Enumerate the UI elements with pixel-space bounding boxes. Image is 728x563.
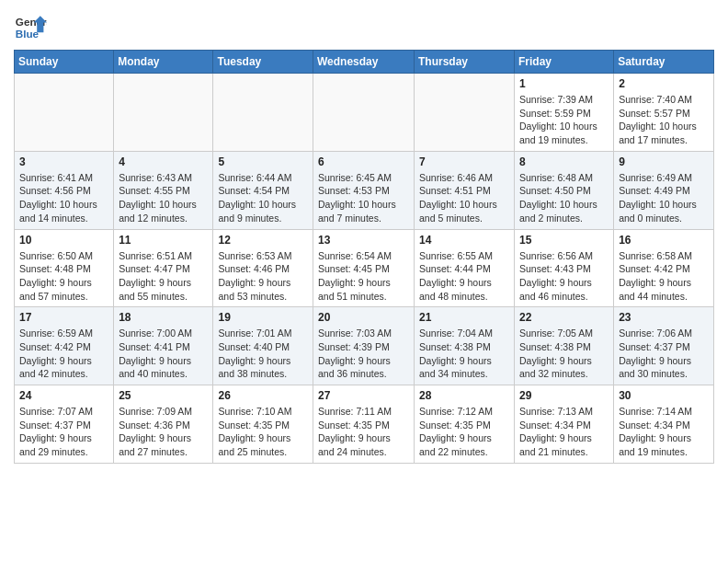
calendar-cell: 16Sunrise: 6:58 AM Sunset: 4:42 PM Dayli… bbox=[614, 229, 714, 307]
calendar-week-row: 24Sunrise: 7:07 AM Sunset: 4:37 PM Dayli… bbox=[15, 385, 714, 464]
day-info: Sunrise: 6:43 AM Sunset: 4:55 PM Dayligh… bbox=[119, 171, 208, 225]
calendar-cell: 7Sunrise: 6:46 AM Sunset: 4:51 PM Daylig… bbox=[415, 151, 515, 229]
calendar-cell: 25Sunrise: 7:09 AM Sunset: 4:36 PM Dayli… bbox=[114, 385, 213, 464]
calendar-cell: 12Sunrise: 6:53 AM Sunset: 4:46 PM Dayli… bbox=[213, 229, 313, 307]
day-header-friday: Friday bbox=[515, 51, 614, 74]
calendar-cell: 19Sunrise: 7:01 AM Sunset: 4:40 PM Dayli… bbox=[213, 307, 313, 385]
day-info: Sunrise: 7:01 AM Sunset: 4:40 PM Dayligh… bbox=[218, 327, 308, 381]
day-info: Sunrise: 7:12 AM Sunset: 4:35 PM Dayligh… bbox=[419, 405, 509, 459]
calendar-cell: 3Sunrise: 6:41 AM Sunset: 4:56 PM Daylig… bbox=[15, 151, 114, 229]
calendar-cell bbox=[15, 74, 114, 152]
day-info: Sunrise: 7:40 AM Sunset: 5:57 PM Dayligh… bbox=[619, 93, 709, 147]
day-info: Sunrise: 6:51 AM Sunset: 4:47 PM Dayligh… bbox=[119, 249, 208, 304]
calendar-cell: 26Sunrise: 7:10 AM Sunset: 4:35 PM Dayli… bbox=[213, 385, 313, 464]
day-number: 19 bbox=[218, 311, 308, 324]
day-number: 17 bbox=[19, 311, 108, 324]
day-info: Sunrise: 6:46 AM Sunset: 4:51 PM Dayligh… bbox=[419, 171, 509, 225]
day-number: 29 bbox=[519, 389, 609, 402]
day-info: Sunrise: 7:03 AM Sunset: 4:39 PM Dayligh… bbox=[318, 327, 409, 381]
calendar-cell: 1Sunrise: 7:39 AM Sunset: 5:59 PM Daylig… bbox=[515, 74, 614, 152]
logo: General Blue bbox=[14, 9, 47, 42]
day-header-wednesday: Wednesday bbox=[313, 51, 415, 74]
calendar-cell: 17Sunrise: 6:59 AM Sunset: 4:42 PM Dayli… bbox=[15, 307, 114, 385]
day-info: Sunrise: 6:56 AM Sunset: 4:43 PM Dayligh… bbox=[519, 249, 609, 304]
calendar-cell: 27Sunrise: 7:11 AM Sunset: 4:35 PM Dayli… bbox=[313, 385, 415, 464]
day-number: 21 bbox=[419, 311, 509, 324]
day-header-thursday: Thursday bbox=[415, 51, 515, 74]
calendar-cell: 5Sunrise: 6:44 AM Sunset: 4:54 PM Daylig… bbox=[213, 151, 313, 229]
calendar-week-row: 10Sunrise: 6:50 AM Sunset: 4:48 PM Dayli… bbox=[15, 229, 714, 307]
day-number: 27 bbox=[318, 389, 409, 402]
day-number: 16 bbox=[619, 234, 709, 247]
calendar-cell: 23Sunrise: 7:06 AM Sunset: 4:37 PM Dayli… bbox=[614, 307, 714, 385]
day-header-monday: Monday bbox=[114, 51, 213, 74]
calendar-cell: 2Sunrise: 7:40 AM Sunset: 5:57 PM Daylig… bbox=[614, 74, 714, 152]
day-number: 23 bbox=[619, 311, 709, 324]
day-number: 30 bbox=[619, 389, 709, 402]
calendar-cell: 4Sunrise: 6:43 AM Sunset: 4:55 PM Daylig… bbox=[114, 151, 213, 229]
day-info: Sunrise: 7:10 AM Sunset: 4:35 PM Dayligh… bbox=[218, 405, 308, 459]
day-info: Sunrise: 6:45 AM Sunset: 4:53 PM Dayligh… bbox=[318, 171, 409, 225]
day-info: Sunrise: 6:44 AM Sunset: 4:54 PM Dayligh… bbox=[218, 171, 308, 225]
calendar-cell bbox=[415, 74, 515, 152]
day-number: 4 bbox=[119, 155, 208, 168]
day-info: Sunrise: 6:59 AM Sunset: 4:42 PM Dayligh… bbox=[19, 327, 108, 381]
calendar-cell: 21Sunrise: 7:04 AM Sunset: 4:38 PM Dayli… bbox=[415, 307, 515, 385]
day-number: 1 bbox=[519, 77, 609, 90]
calendar-cell: 8Sunrise: 6:48 AM Sunset: 4:50 PM Daylig… bbox=[515, 151, 614, 229]
calendar-week-row: 1Sunrise: 7:39 AM Sunset: 5:59 PM Daylig… bbox=[15, 74, 714, 152]
day-number: 18 bbox=[119, 311, 208, 324]
day-number: 2 bbox=[619, 77, 709, 90]
day-info: Sunrise: 6:41 AM Sunset: 4:56 PM Dayligh… bbox=[19, 171, 108, 225]
calendar-cell: 15Sunrise: 6:56 AM Sunset: 4:43 PM Dayli… bbox=[515, 229, 614, 307]
day-number: 25 bbox=[119, 389, 208, 402]
day-header-tuesday: Tuesday bbox=[213, 51, 313, 74]
day-info: Sunrise: 6:48 AM Sunset: 4:50 PM Dayligh… bbox=[519, 171, 609, 225]
day-number: 9 bbox=[619, 155, 709, 168]
day-number: 14 bbox=[419, 234, 509, 247]
day-info: Sunrise: 6:49 AM Sunset: 4:49 PM Dayligh… bbox=[619, 171, 709, 225]
day-number: 28 bbox=[419, 389, 509, 402]
day-header-saturday: Saturday bbox=[614, 51, 714, 74]
day-number: 8 bbox=[519, 155, 609, 168]
calendar-cell: 9Sunrise: 6:49 AM Sunset: 4:49 PM Daylig… bbox=[614, 151, 714, 229]
day-number: 6 bbox=[318, 155, 409, 168]
calendar-cell: 13Sunrise: 6:54 AM Sunset: 4:45 PM Dayli… bbox=[313, 229, 415, 307]
day-info: Sunrise: 7:07 AM Sunset: 4:37 PM Dayligh… bbox=[19, 405, 108, 459]
calendar-cell: 14Sunrise: 6:55 AM Sunset: 4:44 PM Dayli… bbox=[415, 229, 515, 307]
day-info: Sunrise: 6:54 AM Sunset: 4:45 PM Dayligh… bbox=[318, 249, 409, 304]
day-info: Sunrise: 7:14 AM Sunset: 4:34 PM Dayligh… bbox=[619, 405, 709, 459]
day-info: Sunrise: 7:00 AM Sunset: 4:41 PM Dayligh… bbox=[119, 327, 208, 381]
day-number: 3 bbox=[19, 155, 108, 168]
calendar-week-row: 3Sunrise: 6:41 AM Sunset: 4:56 PM Daylig… bbox=[15, 151, 714, 229]
page-header: General Blue bbox=[14, 9, 714, 42]
day-number: 11 bbox=[119, 234, 208, 247]
calendar-cell: 30Sunrise: 7:14 AM Sunset: 4:34 PM Dayli… bbox=[614, 385, 714, 464]
calendar-cell: 6Sunrise: 6:45 AM Sunset: 4:53 PM Daylig… bbox=[313, 151, 415, 229]
calendar-cell bbox=[114, 74, 213, 152]
day-number: 22 bbox=[519, 311, 609, 324]
day-info: Sunrise: 6:53 AM Sunset: 4:46 PM Dayligh… bbox=[218, 249, 308, 304]
calendar-cell bbox=[213, 74, 313, 152]
calendar-cell bbox=[313, 74, 415, 152]
calendar-table: SundayMondayTuesdayWednesdayThursdayFrid… bbox=[14, 50, 714, 464]
svg-text:Blue: Blue bbox=[16, 28, 40, 40]
day-info: Sunrise: 6:55 AM Sunset: 4:44 PM Dayligh… bbox=[419, 249, 509, 304]
day-number: 12 bbox=[218, 234, 308, 247]
day-number: 5 bbox=[218, 155, 308, 168]
calendar-cell: 29Sunrise: 7:13 AM Sunset: 4:34 PM Dayli… bbox=[515, 385, 614, 464]
day-info: Sunrise: 7:13 AM Sunset: 4:34 PM Dayligh… bbox=[519, 405, 609, 459]
day-info: Sunrise: 7:04 AM Sunset: 4:38 PM Dayligh… bbox=[419, 327, 509, 381]
day-number: 7 bbox=[419, 155, 509, 168]
day-info: Sunrise: 6:50 AM Sunset: 4:48 PM Dayligh… bbox=[19, 249, 108, 304]
calendar-cell: 11Sunrise: 6:51 AM Sunset: 4:47 PM Dayli… bbox=[114, 229, 213, 307]
day-number: 20 bbox=[318, 311, 409, 324]
day-info: Sunrise: 7:39 AM Sunset: 5:59 PM Dayligh… bbox=[519, 93, 609, 147]
calendar-cell: 18Sunrise: 7:00 AM Sunset: 4:41 PM Dayli… bbox=[114, 307, 213, 385]
calendar-cell: 28Sunrise: 7:12 AM Sunset: 4:35 PM Dayli… bbox=[415, 385, 515, 464]
day-number: 24 bbox=[19, 389, 108, 402]
day-number: 26 bbox=[218, 389, 308, 402]
day-header-sunday: Sunday bbox=[15, 51, 114, 74]
calendar-week-row: 17Sunrise: 6:59 AM Sunset: 4:42 PM Dayli… bbox=[15, 307, 714, 385]
calendar-header-row: SundayMondayTuesdayWednesdayThursdayFrid… bbox=[15, 51, 714, 74]
